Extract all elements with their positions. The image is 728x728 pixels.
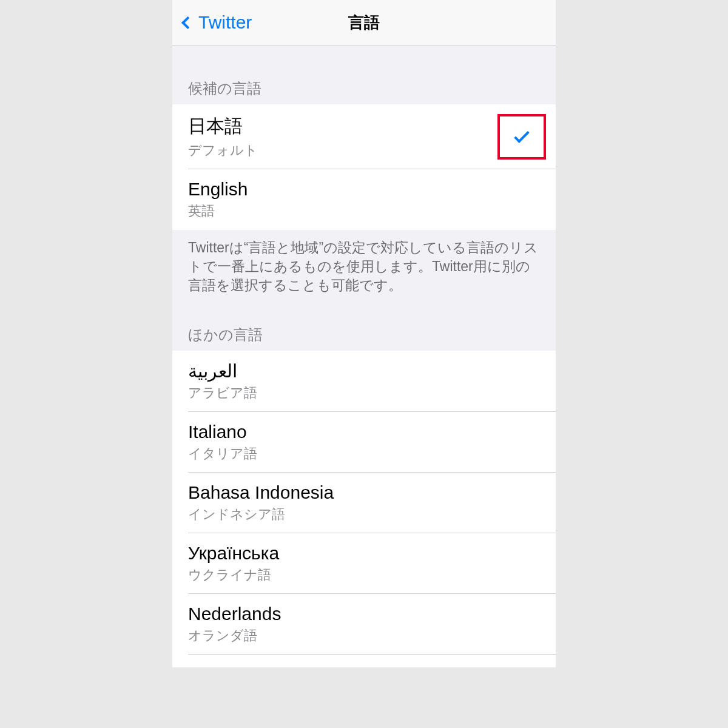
language-name: English bbox=[188, 179, 540, 200]
language-subtitle: ウクライナ語 bbox=[188, 566, 540, 584]
settings-screen: Twitter 言語 候補の言語 日本語 デフォルト English 英語 Tw… bbox=[172, 0, 556, 667]
list-item[interactable]: Bahasa Indonesia インドネシア語 bbox=[172, 473, 556, 533]
language-name: Bahasa Indonesia bbox=[188, 482, 540, 503]
list-item-texts: Nederlands オランダ語 bbox=[188, 604, 540, 645]
section-header-suggested: 候補の言語 bbox=[172, 46, 556, 104]
list-item[interactable]: Italiano イタリア語 bbox=[172, 412, 556, 473]
language-subtitle: デフォルト bbox=[188, 141, 497, 160]
language-name: Українська bbox=[188, 543, 540, 564]
language-name: 日本語 bbox=[188, 114, 497, 139]
language-subtitle: 英語 bbox=[188, 202, 540, 220]
list-item-texts: Català カタロニア語 bbox=[188, 664, 540, 667]
language-subtitle: オランダ語 bbox=[188, 627, 540, 645]
list-item-texts: English 英語 bbox=[188, 179, 540, 220]
language-name: Italiano bbox=[188, 422, 540, 442]
language-subtitle: イタリア語 bbox=[188, 445, 540, 463]
navbar: Twitter 言語 bbox=[172, 0, 556, 46]
suggested-list: 日本語 デフォルト English 英語 bbox=[172, 104, 556, 230]
list-item[interactable]: العربية アラビア語 bbox=[172, 351, 556, 412]
back-label: Twitter bbox=[198, 12, 252, 33]
back-button[interactable]: Twitter bbox=[180, 12, 252, 33]
list-item-texts: Українська ウクライナ語 bbox=[188, 543, 540, 584]
language-name: Català bbox=[188, 664, 540, 667]
highlight-annotation bbox=[497, 114, 546, 160]
language-subtitle: アラビア語 bbox=[188, 384, 540, 402]
list-item[interactable]: Nederlands オランダ語 bbox=[172, 594, 556, 655]
language-name: Nederlands bbox=[188, 604, 540, 624]
list-item[interactable]: English 英語 bbox=[172, 169, 556, 230]
language-subtitle: インドネシア語 bbox=[188, 505, 540, 524]
list-item-texts: العربية アラビア語 bbox=[188, 360, 540, 402]
other-list: العربية アラビア語 Italiano イタリア語 Bahasa Indo… bbox=[172, 351, 556, 667]
list-item-texts: Italiano イタリア語 bbox=[188, 422, 540, 463]
page-title: 言語 bbox=[348, 12, 380, 33]
chevron-left-icon bbox=[181, 16, 194, 29]
checkmark-icon bbox=[514, 127, 529, 143]
list-item[interactable]: Українська ウクライナ語 bbox=[172, 533, 556, 594]
list-item-texts: 日本語 デフォルト bbox=[188, 114, 497, 160]
language-name: العربية bbox=[188, 360, 540, 382]
section-header-other: ほかの言語 bbox=[172, 313, 556, 351]
list-item-texts: Bahasa Indonesia インドネシア語 bbox=[188, 482, 540, 524]
list-item[interactable]: 日本語 デフォルト bbox=[172, 104, 556, 169]
section-footer: Twitterは“言語と地域”の設定で対応している言語のリストで一番上にあるもの… bbox=[172, 230, 556, 313]
list-item[interactable]: Català カタロニア語 bbox=[172, 655, 556, 667]
